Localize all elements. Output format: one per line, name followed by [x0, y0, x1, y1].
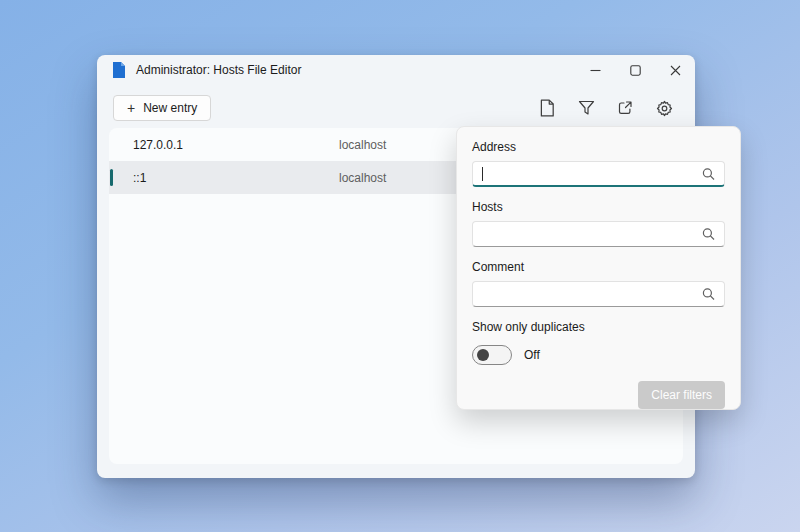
window-title: Administrator: Hosts File Editor	[136, 63, 301, 77]
close-button[interactable]	[655, 55, 695, 85]
hosts-search-input[interactable]	[472, 221, 725, 247]
maximize-button[interactable]	[615, 55, 655, 85]
duplicates-toggle-row: Off	[472, 345, 725, 365]
selection-accent	[110, 169, 113, 186]
filter-flyout: Address Hosts Comment Show only duplicat…	[456, 126, 741, 410]
search-icon	[702, 228, 715, 241]
filter-icon[interactable]	[577, 99, 595, 117]
toggle-state-label: Off	[524, 348, 540, 362]
titlebar: Administrator: Hosts File Editor	[97, 55, 695, 85]
plus-icon: +	[127, 101, 135, 115]
window-controls	[575, 55, 695, 85]
duplicates-toggle[interactable]	[472, 345, 512, 365]
address-search-input[interactable]	[472, 161, 725, 187]
entry-address: ::1	[109, 171, 339, 185]
open-external-icon[interactable]	[616, 99, 634, 117]
hosts-label: Hosts	[472, 200, 725, 214]
new-entry-label: New entry	[143, 101, 197, 115]
address-label: Address	[472, 140, 725, 154]
entry-address: 127.0.0.1	[109, 138, 339, 152]
comment-search-input[interactable]	[472, 281, 725, 307]
comment-label: Comment	[472, 260, 725, 274]
toolbar: + New entry	[97, 85, 695, 121]
new-entry-button[interactable]: + New entry	[113, 95, 211, 121]
entry-hosts: localhost	[339, 138, 386, 152]
toolbar-icons	[538, 99, 673, 117]
minimize-button[interactable]	[575, 55, 615, 85]
search-icon	[702, 167, 715, 180]
settings-gear-icon[interactable]	[655, 99, 673, 117]
new-file-icon[interactable]	[538, 99, 556, 117]
entry-hosts: localhost	[339, 171, 386, 185]
clear-filters-button[interactable]: Clear filters	[638, 381, 725, 409]
app-icon	[112, 62, 126, 78]
text-caret	[482, 167, 483, 181]
toggle-knob	[477, 349, 489, 361]
search-icon	[702, 288, 715, 301]
show-only-duplicates-label: Show only duplicates	[472, 320, 725, 334]
